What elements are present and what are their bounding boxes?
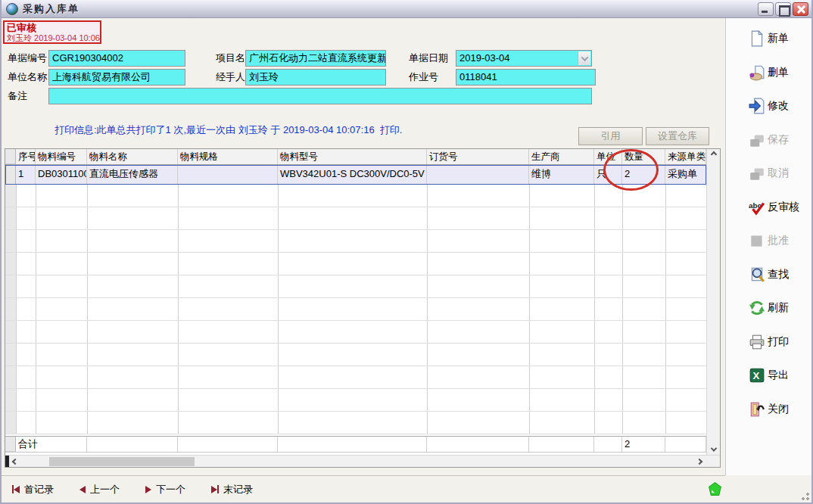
vertical-scrollbar[interactable] <box>706 149 720 455</box>
sidebar-item-label: 刷新 <box>768 301 789 315</box>
app-window: 采购入库单 已审核 刘玉玲 2019-03-04 10:06 单据编号 CGR1… <box>0 0 813 504</box>
grid-header-row: 序号 物料编号 物料名称 物料规格 物料型号 订货号 生产商 单位 数量 来源单… <box>5 149 706 165</box>
col-header-seq[interactable]: 序号 <box>16 149 36 164</box>
unaudit-button[interactable]: abc 反审核 <box>749 196 813 219</box>
new-doc-icon <box>749 30 765 47</box>
next-record-button[interactable]: 下一个 <box>145 483 185 496</box>
hscroll-thumb[interactable] <box>49 457 195 466</box>
col-header-name[interactable]: 物料名称 <box>87 149 178 164</box>
nav-item-label: 下一个 <box>156 483 185 496</box>
minimize-button[interactable] <box>758 2 774 16</box>
export-icon: X <box>749 367 765 384</box>
chevron-down-icon[interactable] <box>578 51 590 65</box>
company-label: 单位名称 <box>8 70 47 84</box>
sidebar-item-label: 新单 <box>768 32 789 45</box>
remark-field[interactable] <box>48 88 592 104</box>
doc-date-label: 单据日期 <box>409 51 448 65</box>
set-warehouse-button: 设置仓库 <box>646 127 709 145</box>
empty-grid-row[interactable] <box>5 344 706 366</box>
nav-item-label: 首记录 <box>24 483 54 496</box>
cell-qty: 2 <box>622 165 665 185</box>
empty-grid-row[interactable] <box>5 321 706 344</box>
sidebar-item-label: 取消 <box>768 166 789 180</box>
window-resize-grip[interactable] <box>799 490 809 500</box>
refresh-icon <box>749 300 765 316</box>
scroll-up-icon[interactable] <box>710 151 716 157</box>
total-qty: 2 <box>622 437 665 452</box>
job-no-field[interactable]: 0118041 <box>456 69 596 86</box>
close-button[interactable]: 关闭 <box>749 398 813 421</box>
empty-grid-row[interactable] <box>5 412 706 434</box>
project-field[interactable]: 广州石化动力二站直流系统更新 <box>245 50 386 67</box>
col-header-order[interactable]: 订货号 <box>427 149 529 164</box>
print-info-text: 打印信息:此单总共打印了1 次,最近一次由 刘玉玲 于 2019-03-04 1… <box>55 123 402 137</box>
last-record-button[interactable]: 末记录 <box>211 483 253 496</box>
row-selector-cell[interactable] <box>5 165 16 185</box>
col-header-manufacturer[interactable]: 生产商 <box>529 149 594 164</box>
sidebar-item-label: 反审核 <box>768 201 799 214</box>
export-button[interactable]: X 导出 <box>749 364 813 387</box>
col-header-source[interactable]: 来源单类别 <box>665 149 706 164</box>
delete-doc-button[interactable]: 删单 <box>749 61 813 84</box>
col-header-qty[interactable]: 数量 <box>622 149 665 164</box>
prev-record-button[interactable]: 上一个 <box>79 483 120 496</box>
empty-grid-row[interactable] <box>5 298 706 321</box>
scroll-down-icon[interactable] <box>710 445 716 451</box>
col-header-code[interactable]: 物料编号 <box>36 149 87 164</box>
first-record-icon <box>12 485 20 493</box>
col-header-spec[interactable]: 物料规格 <box>178 149 278 164</box>
empty-grid-row[interactable] <box>5 185 706 207</box>
sidebar-item-label: 删单 <box>768 66 789 79</box>
sidebar-item-label: 查找 <box>768 268 789 282</box>
maximize-button[interactable] <box>775 2 791 16</box>
doc-date-combo[interactable]: 2019-03-04 <box>456 50 592 67</box>
approve-button: 批准 <box>749 229 813 252</box>
save-button: 保存 <box>749 129 813 151</box>
window-title: 采购入库单 <box>23 2 79 16</box>
scroll-right-icon[interactable] <box>696 458 702 464</box>
table-row[interactable]: 1 DB0301100 直流电压传感器 WBV342U01-S DC300V/D… <box>5 165 706 185</box>
refresh-button[interactable]: 刷新 <box>749 297 813 319</box>
cell-order <box>427 165 529 185</box>
save-icon <box>749 132 765 148</box>
print-button[interactable]: 打印 <box>749 331 813 353</box>
empty-grid-row[interactable] <box>5 253 706 275</box>
empty-grid-row[interactable] <box>5 275 706 298</box>
total-selector-cell <box>5 437 16 452</box>
sidebar-item-label: 关闭 <box>768 403 789 416</box>
cell-model: WBV342U01-S DC300V/DC0-5V 电压 <box>278 165 427 185</box>
edit-doc-icon <box>749 98 765 114</box>
empty-grid-row[interactable] <box>5 207 706 230</box>
doc-no-label: 单据编号 <box>8 51 47 65</box>
new-doc-button[interactable]: 新单 <box>749 27 813 50</box>
row-selector-header <box>5 149 16 164</box>
hscroll-left-mark <box>5 456 9 467</box>
prev-record-icon <box>79 486 86 493</box>
empty-grid-row[interactable] <box>5 230 706 253</box>
col-header-unit[interactable]: 单位 <box>594 149 622 164</box>
find-button[interactable]: 查找 <box>749 263 813 286</box>
cancel-icon <box>749 165 765 182</box>
scroll-left-icon[interactable] <box>12 458 18 464</box>
first-record-button[interactable]: 首记录 <box>12 483 54 496</box>
sidebar-item-label: 导出 <box>768 369 789 382</box>
total-empty <box>278 437 427 452</box>
cell-spec <box>178 165 278 185</box>
cell-code: DB0301100 <box>36 165 87 185</box>
next-record-icon <box>145 486 151 493</box>
edit-doc-button[interactable]: 修改 <box>749 95 813 117</box>
sync-status-icon[interactable] <box>707 481 723 497</box>
total-empty <box>594 437 622 452</box>
handler-field[interactable]: 刘玉玲 <box>245 69 386 86</box>
empty-grid-row[interactable] <box>5 366 706 389</box>
horizontal-scrollbar[interactable] <box>5 455 720 467</box>
remark-label: 备注 <box>8 89 27 103</box>
nav-item-label: 上一个 <box>90 483 120 496</box>
col-header-model[interactable]: 物料型号 <box>278 149 427 164</box>
company-field[interactable]: 上海科航贸易有限公司 <box>48 69 185 86</box>
doc-no-field[interactable]: CGR190304002 <box>48 50 185 67</box>
empty-grid-row[interactable] <box>5 389 706 412</box>
doc-date-value: 2019-03-04 <box>459 52 510 64</box>
cell-seq: 1 <box>16 165 36 185</box>
close-window-button[interactable] <box>793 2 808 16</box>
